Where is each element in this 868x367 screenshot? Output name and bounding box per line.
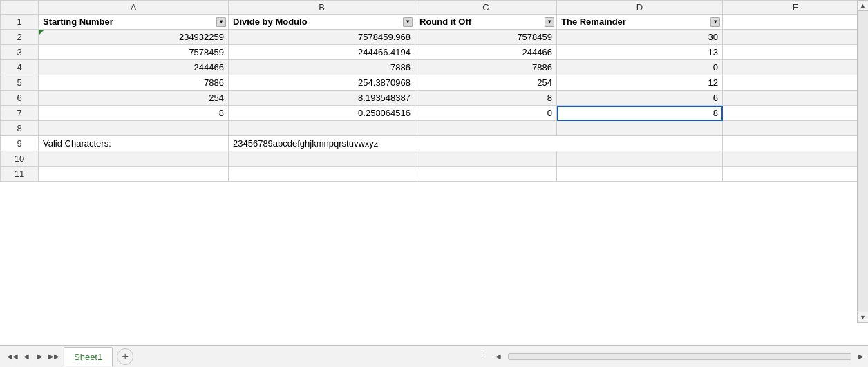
cell-b9[interactable]: 23456789abcdefghjkmnpqrstuvwxyz (229, 136, 723, 151)
nav-last-btn[interactable]: ▶▶ (47, 350, 61, 364)
row-8: 8 (1, 121, 869, 136)
cell-e1[interactable] (723, 15, 869, 30)
cell-e3[interactable] (723, 45, 869, 60)
cell-b1[interactable]: Divide by Modulo ▾ (229, 15, 415, 30)
col-b-label: Divide by Modulo (233, 17, 308, 27)
row-10-header: 10 (1, 151, 39, 167)
col-d-header[interactable]: D (557, 1, 723, 15)
row-5-header: 5 (1, 75, 39, 91)
cell-e2[interactable] (723, 30, 869, 45)
cell-c6[interactable]: 8 (415, 91, 557, 106)
cell-d1[interactable]: The Remainder ▾ (557, 15, 723, 30)
cell-a9[interactable]: Valid Characters: (39, 136, 229, 151)
cell-b6[interactable]: 8.193548387 (229, 91, 415, 106)
right-scrollbar: ▲ ▼ (857, 0, 868, 323)
col-e-header[interactable]: E (723, 1, 869, 15)
scroll-left-btn[interactable]: ◀ (491, 350, 505, 364)
cell-a2[interactable]: 234932259 (39, 30, 229, 45)
cell-d11[interactable] (557, 167, 723, 182)
cell-a5[interactable]: 7886 (39, 75, 229, 91)
cell-e11[interactable] (723, 167, 869, 182)
cell-e4[interactable] (723, 60, 869, 75)
cell-d3[interactable]: 13 (557, 45, 723, 60)
cell-c10[interactable] (415, 151, 557, 167)
col-a-header[interactable]: A (39, 1, 229, 15)
cell-b8[interactable] (229, 121, 415, 136)
row-6: 6 254 8.193548387 8 6 (1, 91, 869, 106)
row-1-header: 1 (1, 15, 39, 30)
cell-e9[interactable] (723, 136, 869, 151)
nav-first-btn[interactable]: ◀◀ (6, 350, 19, 364)
row-11: 11 (1, 167, 869, 182)
cell-e10[interactable] (723, 151, 869, 167)
cell-a4[interactable]: 244466 (39, 60, 229, 75)
sheet1-tab[interactable]: Sheet1 (64, 347, 113, 366)
filter-btn-c[interactable]: ▾ (545, 17, 554, 27)
cell-c4[interactable]: 7886 (415, 60, 557, 75)
cell-a8[interactable] (39, 121, 229, 136)
cell-d4[interactable]: 0 (557, 60, 723, 75)
cell-b5[interactable]: 254.3870968 (229, 75, 415, 91)
val-a2: 234932259 (179, 32, 224, 42)
cell-c1[interactable]: Round it Off ▾ (415, 15, 557, 30)
cell-c5[interactable]: 254 (415, 75, 557, 91)
cell-d6[interactable]: 6 (557, 91, 723, 106)
cell-c11[interactable] (415, 167, 557, 182)
cell-a3[interactable]: 7578459 (39, 45, 229, 60)
corner-cell (1, 1, 39, 15)
sheet-area: ▲ ▼ A B C D E (0, 0, 868, 345)
cell-d7[interactable]: 8 (557, 106, 723, 121)
cell-b10[interactable] (229, 151, 415, 167)
column-header-row: A B C D E (1, 1, 869, 15)
cell-a1[interactable]: Starting Number ▾ (39, 15, 229, 30)
row-8-header: 8 (1, 121, 39, 136)
cell-c2[interactable]: 7578459 (415, 30, 557, 45)
edit-indicator (39, 30, 44, 35)
cell-d5[interactable]: 12 (557, 75, 723, 91)
row-2: 2 234932259 7578459.968 7578459 30 (1, 30, 869, 45)
col-c-label: Round it Off (419, 17, 471, 27)
scroll-track[interactable] (858, 11, 868, 312)
cell-a6[interactable]: 254 (39, 91, 229, 106)
horizontal-scrollbar[interactable] (508, 353, 851, 360)
cell-b3[interactable]: 244466.4194 (229, 45, 415, 60)
sheet-options-dots[interactable]: ⋮ (475, 352, 489, 361)
filter-btn-d[interactable]: ▾ (710, 17, 720, 27)
filter-btn-a[interactable]: ▾ (216, 17, 226, 27)
cell-c7[interactable]: 0 (415, 106, 557, 121)
cell-e8[interactable] (723, 121, 869, 136)
cell-a7[interactable]: 8 (39, 106, 229, 121)
add-sheet-button[interactable]: + (117, 348, 133, 365)
cell-e6[interactable] (723, 91, 869, 106)
cell-b11[interactable] (229, 167, 415, 182)
cell-d8[interactable] (557, 121, 723, 136)
cell-b2[interactable]: 7578459.968 (229, 30, 415, 45)
row-1: 1 Starting Number ▾ Divide by Modulo ▾ R… (1, 15, 869, 30)
cell-b7[interactable]: 0.258064516 (229, 106, 415, 121)
cell-a10[interactable] (39, 151, 229, 167)
row-10: 10 (1, 151, 869, 167)
row-11-header: 11 (1, 167, 39, 182)
filter-btn-b[interactable]: ▾ (403, 17, 413, 27)
col-c-header[interactable]: C (415, 1, 557, 15)
cell-b4[interactable]: 7886 (229, 60, 415, 75)
scroll-down-arrow[interactable]: ▼ (858, 312, 869, 323)
cell-e7[interactable] (723, 106, 869, 121)
cell-d10[interactable] (557, 151, 723, 167)
cell-e5[interactable] (723, 75, 869, 91)
row-9-header: 9 (1, 136, 39, 151)
cell-d2[interactable]: 30 (557, 30, 723, 45)
cell-a11[interactable] (39, 167, 229, 182)
nav-next-btn[interactable]: ▶ (33, 350, 47, 364)
row-7-header: 7 (1, 106, 39, 121)
nav-prev-btn[interactable]: ◀ (19, 350, 33, 364)
row-5: 5 7886 254.3870968 254 12 (1, 75, 869, 91)
cell-c8[interactable] (415, 121, 557, 136)
cell-c3[interactable]: 244466 (415, 45, 557, 60)
col-b-header[interactable]: B (229, 1, 415, 15)
col-d-label: The Remainder (561, 17, 626, 27)
scroll-right-btn[interactable]: ▶ (854, 350, 868, 364)
scroll-up-arrow[interactable]: ▲ (858, 0, 869, 11)
row-2-header: 2 (1, 30, 39, 45)
spreadsheet-grid: A B C D E 1 Starting Number ▾ Divide by (0, 0, 868, 182)
